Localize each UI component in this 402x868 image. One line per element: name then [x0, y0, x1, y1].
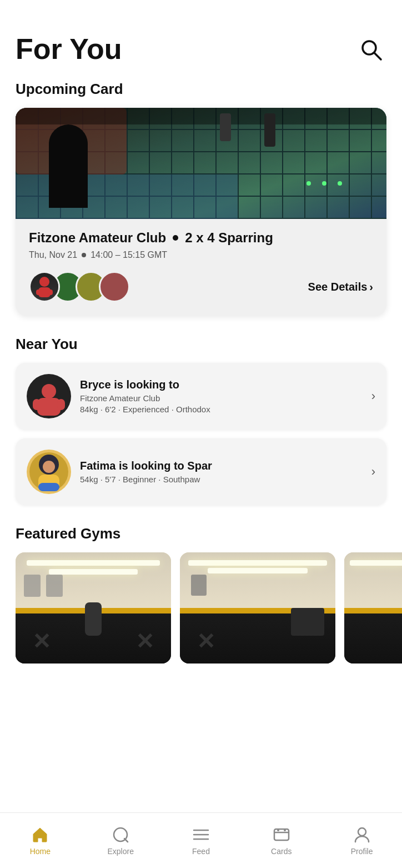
dot-small-sep [82, 253, 86, 257]
svg-rect-8 [37, 398, 61, 416]
search-button[interactable] [355, 34, 386, 65]
gym3-accent [344, 608, 402, 613]
nav-item-explore[interactable]: Explore [98, 826, 143, 856]
gym-bag-1 [264, 113, 275, 147]
upcoming-card-info: Fitzone Amateur Club 2 x 4 Sparring Thu,… [16, 219, 386, 316]
upcoming-card-image [16, 108, 386, 219]
gym-figure [49, 124, 88, 208]
svg-point-25 [358, 828, 366, 836]
svg-rect-21 [274, 829, 289, 840]
chevron-right-icon: › [369, 281, 373, 293]
bryce-chevron-icon: › [371, 389, 375, 403]
fatima-stats: 54kg · 5'7 · Beginner · Southpaw [80, 475, 363, 484]
svg-point-13 [43, 461, 55, 473]
participant-avatars [29, 271, 130, 302]
upcoming-section: Upcoming Card [16, 81, 386, 316]
home-icon [31, 826, 49, 844]
near-you-section: Near You Bryce is looking to Fitzone Ama… [16, 336, 386, 505]
page-header: For You [16, 33, 386, 65]
gym2-light-2 [208, 568, 308, 573]
bryce-avatar [27, 374, 71, 418]
gym1-x-mark: ✕ [32, 630, 51, 652]
fatima-info: Fatima is looking to Spar 54kg · 5'7 · B… [80, 460, 363, 484]
gym2-poster [191, 575, 207, 596]
avatar-1 [29, 271, 60, 302]
svg-line-1 [374, 53, 381, 59]
upcoming-section-title: Upcoming Card [16, 81, 386, 98]
bryce-name: Bryce is looking to [80, 378, 363, 391]
gym1-x-mark-2: ✕ [135, 630, 154, 652]
gym1-light-2 [49, 569, 138, 575]
gym-green-dots [306, 181, 342, 186]
bryce-stats: 84kg · 6'2 · Experienced · Orthodox [80, 405, 363, 414]
gym3-light [350, 560, 402, 566]
near-you-card-2[interactable]: Fatima is looking to Spar 54kg · 5'7 · B… [16, 438, 386, 505]
svg-point-2 [39, 277, 49, 287]
fatima-chevron-icon: › [371, 465, 375, 479]
gym1-bag [85, 602, 102, 636]
near-you-card-1[interactable]: Bryce is looking to Fitzone Amateur Club… [16, 363, 386, 430]
feed-icon [192, 826, 210, 844]
svg-rect-4 [36, 290, 41, 295]
gym2-rack [291, 608, 324, 636]
see-details-button[interactable]: See Details › [308, 281, 373, 293]
nav-label-feed: Feed [192, 847, 210, 856]
nav-label-home: Home [30, 847, 51, 856]
page-title: For You [16, 33, 122, 65]
gym1-light-1 [27, 560, 160, 566]
gym1-poster-1 [24, 575, 41, 597]
nav-label-profile: Profile [351, 847, 373, 856]
nav-label-explore: Explore [107, 847, 133, 856]
gym2-light-1 [188, 560, 327, 566]
gym-image-2: ✕ [180, 552, 335, 664]
cards-icon [273, 826, 290, 844]
nav-item-feed[interactable]: Feed [179, 826, 223, 856]
card-footer: See Details › [29, 271, 373, 302]
explore-icon [112, 826, 129, 844]
bryce-info: Bryce is looking to Fitzone Amateur Club… [80, 378, 363, 414]
avatar-boxer-icon [31, 273, 58, 301]
bottom-nav: Home Explore Feed [0, 812, 402, 868]
fatima-name: Fatima is looking to Spar [80, 460, 363, 472]
gym3-content [344, 552, 402, 664]
svg-rect-10 [57, 399, 65, 410]
dot-separator [173, 235, 178, 241]
gym2-x-mark: ✕ [197, 630, 215, 652]
featured-gyms-title: Featured Gyms [16, 525, 386, 542]
nav-item-profile[interactable]: Profile [340, 826, 384, 856]
gym-card-1[interactable]: ✕ ✕ [16, 552, 171, 664]
svg-rect-5 [48, 290, 53, 295]
svg-rect-9 [33, 399, 41, 410]
fatima-avatar [27, 450, 71, 494]
svg-point-7 [42, 384, 56, 398]
near-you-title: Near You [16, 336, 386, 353]
search-icon [359, 37, 383, 62]
svg-point-24 [284, 829, 286, 831]
upcoming-card[interactable]: Fitzone Amateur Club 2 x 4 Sparring Thu,… [16, 108, 386, 316]
gym3-floor [344, 613, 402, 664]
svg-rect-15 [38, 483, 59, 491]
nav-item-home[interactable]: Home [18, 826, 62, 856]
bryce-club: Fitzone Amateur Club [80, 393, 363, 403]
gym-card-3[interactable] [344, 552, 402, 664]
gym1-poster-2 [46, 575, 63, 597]
event-datetime: Thu, Nov 21 14:00 – 15:15 GMT [29, 250, 373, 260]
svg-point-23 [277, 829, 279, 831]
nav-item-cards[interactable]: Cards [259, 826, 304, 856]
featured-gyms-section: Featured Gyms ✕ ✕ [16, 525, 386, 664]
gym-image-1: ✕ ✕ [16, 552, 171, 664]
gyms-row: ✕ ✕ [0, 552, 402, 664]
gym-ceiling-bar [16, 108, 386, 124]
gym-card-2[interactable]: ✕ [180, 552, 335, 664]
event-title: Fitzone Amateur Club 2 x 4 Sparring [29, 230, 373, 246]
gym-bag-2 [220, 113, 231, 141]
profile-icon [353, 826, 371, 844]
nav-label-cards: Cards [271, 847, 292, 856]
avatar-4 [99, 271, 130, 302]
